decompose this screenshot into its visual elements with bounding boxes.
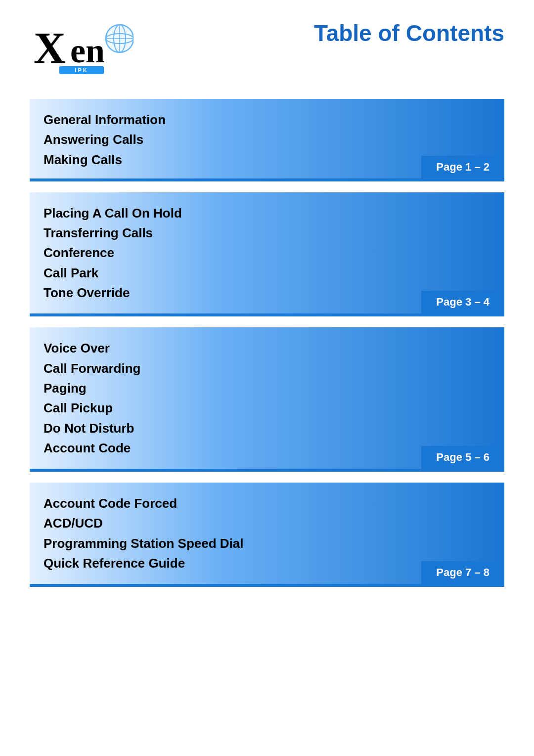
toc-section-2: Placing A Call On Hold Transferring Call… <box>30 192 504 316</box>
page-badge-2: Page 3 – 4 <box>421 291 504 313</box>
svg-text:X: X <box>34 24 66 73</box>
toc-content: General Information Answering Calls Maki… <box>0 89 534 612</box>
list-item: Answering Calls <box>44 130 490 149</box>
svg-text:IPK: IPK <box>75 67 88 73</box>
page-badge-1: Page 1 – 2 <box>421 156 504 178</box>
list-item: Call Pickup <box>44 398 490 418</box>
page-badge-4: Page 7 – 8 <box>421 561 504 584</box>
list-item: General Information <box>44 110 490 130</box>
list-item: Do Not Disturb <box>44 418 490 438</box>
logo: X en IPK <box>30 20 134 74</box>
list-item: Placing A Call On Hold <box>44 203 490 223</box>
svg-point-7 <box>106 25 134 52</box>
section-2-items: Placing A Call On Hold Transferring Call… <box>44 203 490 303</box>
section-3-items: Voice Over Call Forwarding Paging Call P… <box>44 338 490 458</box>
list-item: Conference <box>44 243 490 263</box>
svg-text:en: en <box>70 32 105 70</box>
list-item: Paging <box>44 378 490 398</box>
list-item: Account Code Forced <box>44 493 490 513</box>
list-item: Transferring Calls <box>44 223 490 243</box>
page-header: X en IPK Table of Contents <box>0 0 534 89</box>
list-item: Programming Station Speed Dial <box>44 534 490 553</box>
list-item: Call Forwarding <box>44 358 490 378</box>
list-item: Voice Over <box>44 338 490 358</box>
toc-section-4: Account Code Forced ACD/UCD Programming … <box>30 483 504 587</box>
list-item: Call Park <box>44 263 490 283</box>
toc-section-1: General Information Answering Calls Maki… <box>30 99 504 181</box>
list-item: ACD/UCD <box>44 513 490 533</box>
page-title: Table of Contents <box>314 20 504 46</box>
page-badge-3: Page 5 – 6 <box>421 446 504 469</box>
toc-section-3: Voice Over Call Forwarding Paging Call P… <box>30 327 504 472</box>
